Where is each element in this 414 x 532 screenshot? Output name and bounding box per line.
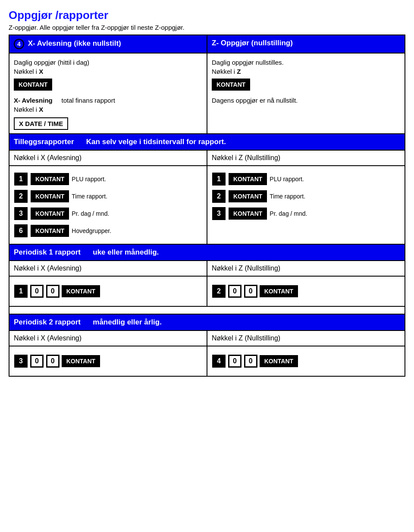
right-kontant: KONTANT: [212, 77, 400, 92]
left-nokkel-x2: Nøkkel i X: [14, 106, 202, 113]
right-items: 1 KONTANT PLU rapport. 2 KONTANT Time ra…: [207, 166, 405, 244]
tillegg-header-row: Tilleggsrapporter Kan selv velge i tidsi…: [9, 134, 405, 150]
left-kontant: KONTANT: [14, 77, 202, 92]
x-avlesning-row: X- Avlesning total finans rapport: [14, 97, 202, 104]
left-line1: Daglig oppgjør (hittil i dag): [14, 59, 202, 66]
col-right-header: Z- Oppgjør (nullstilling): [207, 35, 405, 53]
main-table: 4 X- Avlesning (ikke nullstilt) Z- Oppgj…: [9, 35, 405, 377]
nokkel-z-label: Nøkkel i Z (Nullstilling): [207, 150, 405, 166]
right-line3: Dagens oppgjør er nå nullstilt.: [212, 97, 400, 104]
periodisk1-nokkel-z: Nøkkel i Z (Nullstilling): [207, 261, 405, 276]
nokkel-labels-row: Nøkkel i X (Avlesning) Nøkkel i Z (Nulls…: [9, 150, 405, 166]
periodisk1-right-keys: 2 0 0 KONTANT: [207, 276, 405, 306]
periodisk1-header-row: Periodisk 1 rapport uke eller månedlig.: [9, 244, 405, 261]
left-item-2: 2 KONTANT Time rapport.: [14, 189, 202, 204]
left-nokkel-x: Nøkkel i X: [14, 68, 202, 75]
left-item-1: 1 KONTANT PLU rapport.: [14, 171, 202, 187]
col-left-header: 4 X- Avlesning (ikke nullstilt): [9, 35, 207, 53]
periodisk1-nokkel-row: Nøkkel i X (Avlesning) Nøkkel i Z (Nulls…: [9, 261, 405, 276]
tillegg-header: Tilleggsrapporter Kan selv velge i tidsi…: [9, 134, 405, 150]
nokkel-x-label: Nøkkel i X (Avlesning): [9, 150, 207, 166]
right-content: Daglig oppgjør nullstilles. Nøkkel i Z K…: [207, 53, 405, 134]
section-number: 4: [14, 39, 24, 49]
right-item-2: 2 KONTANT Time rapport.: [212, 189, 400, 204]
periodisk2-left-keys: 3 0 0 KONTANT: [9, 346, 207, 376]
page-title: Oppgjør /rapporter: [9, 9, 405, 22]
right-line1: Daglig oppgjør nullstilles.: [212, 59, 400, 66]
periodisk1-nokkel-x: Nøkkel i X (Avlesning): [9, 261, 207, 276]
date-time-box: X DATE / TIME: [14, 115, 202, 130]
periodisk2-header-row: Periodisk 2 rapport månedlig eller årlig…: [9, 314, 405, 331]
right-item-3: 3 KONTANT Pr. dag / mnd.: [212, 206, 400, 221]
periodisk1-left-keys: 1 0 0 KONTANT: [9, 276, 207, 306]
periodisk2-keys-row: 3 0 0 KONTANT 4 0 0 KONTANT: [9, 346, 405, 376]
left-item-3: 3 KONTANT Pr. dag / mnd.: [14, 206, 202, 221]
left-item-6: 6 KONTANT Hovedgrupper.: [14, 223, 202, 239]
periodisk1-keys-row: 1 0 0 KONTANT 2 0 0 KONTANT: [9, 276, 405, 306]
right-nokkel-z: Nøkkel i Z: [212, 68, 400, 75]
left-items: 1 KONTANT PLU rapport. 2 KONTANT Time ra…: [9, 166, 207, 244]
page-subtitle: Z-oppgjør. Alle oppgjør teller fra Z-opp…: [9, 24, 405, 31]
periodisk2-nokkel-z: Nøkkel i Z (Nullstilling): [207, 331, 405, 346]
items-row: 1 KONTANT PLU rapport. 2 KONTANT Time ra…: [9, 166, 405, 244]
periodisk2-nokkel-row: Nøkkel i X (Avlesning) Nøkkel i Z (Nulls…: [9, 331, 405, 346]
spacer-row: [9, 306, 405, 314]
periodisk1-header: Periodisk 1 rapport uke eller månedlig.: [9, 244, 405, 261]
periodisk2-nokkel-x: Nøkkel i X (Avlesning): [9, 331, 207, 346]
periodisk2-header: Periodisk 2 rapport månedlig eller årlig…: [9, 314, 405, 331]
left-content: Daglig oppgjør (hittil i dag) Nøkkel i X…: [9, 53, 207, 134]
periodisk2-right-keys: 4 0 0 KONTANT: [207, 346, 405, 376]
right-item-1: 1 KONTANT PLU rapport.: [212, 171, 400, 187]
